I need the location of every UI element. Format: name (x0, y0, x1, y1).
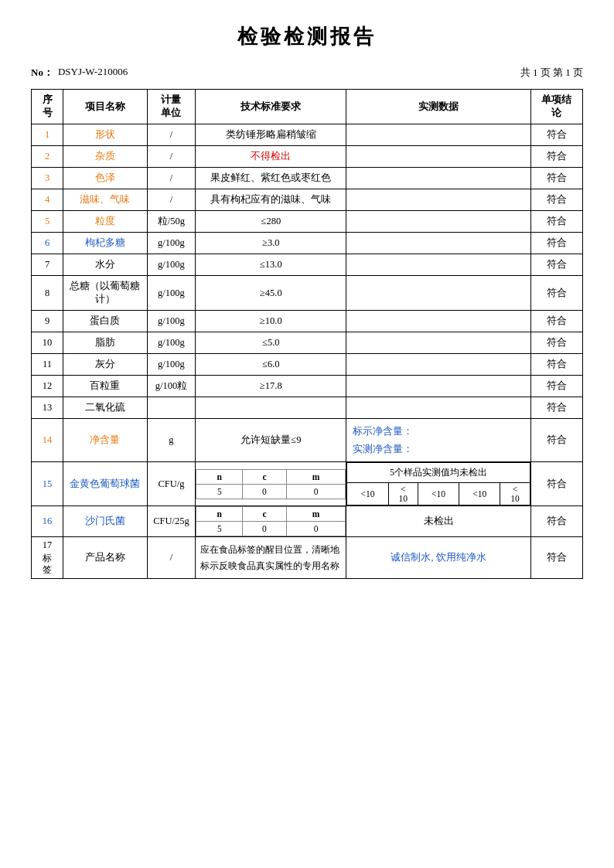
cell-result: 符合 (530, 332, 582, 354)
th-seq: 序号 (32, 90, 63, 124)
cell-result-17: 符合 (530, 537, 582, 579)
cell-data-15: 5个样品实测值均未检出 <10 <10 <10 <10 <10 (346, 462, 530, 506)
cell-data (346, 397, 530, 419)
th-data: 实测数据 (346, 90, 530, 124)
cell-data (346, 311, 530, 332)
cell-data-16: 未检出 (346, 506, 530, 537)
cell-seq: 9 (32, 311, 63, 332)
cell-std: 允许短缺量≤9 (196, 419, 346, 462)
cell-unit: g/100g (147, 354, 196, 376)
cell-unit: g/100g (147, 311, 196, 332)
cell-result: 符合 (530, 189, 582, 211)
cell-seq: 12 (32, 376, 63, 397)
table-row: 9 蛋白质 g/100g ≥10.0 符合 (32, 311, 583, 332)
cell-seq: 13 (32, 397, 63, 419)
cell-unit: g (147, 419, 196, 462)
cell-name: 蛋白质 (63, 311, 147, 332)
cell-data (346, 146, 530, 168)
page-info: 共 1 页 第 1 页 (520, 66, 583, 80)
cell-seq: 1 (32, 124, 63, 146)
cell-result: 符合 (530, 211, 582, 233)
cell-seq: 7 (32, 254, 63, 276)
cell-name: 形状 (63, 124, 147, 146)
cell-result: 符合 (530, 168, 582, 189)
cell-name: 百粒重 (63, 376, 147, 397)
cell-unit: g/100g (147, 332, 196, 354)
doc-no-label: No： (31, 66, 53, 80)
table-row-16: 16 沙门氏菌 CFU/25g ncm 500 未检出 符合 (32, 506, 583, 537)
cell-seq: 5 (32, 211, 63, 233)
cell-name: 粒度 (63, 211, 147, 233)
cell-name: 脂肪 (63, 332, 147, 354)
cell-seq: 11 (32, 354, 63, 376)
cell-unit: / (147, 168, 196, 189)
table-row: 14 净含量 g 允许短缺量≤9 标示净含量：实测净含量： 符合 (32, 419, 583, 462)
cell-name-17: 产品名称 (63, 537, 147, 579)
cell-std: 具有枸杞应有的滋味、气味 (196, 189, 346, 211)
cell-unit-15: CFU/g (147, 462, 196, 506)
cell-result: 符合 (530, 233, 582, 254)
doc-meta: No： DSYJ-W-210006 共 1 页 第 1 页 (31, 66, 583, 80)
cell-std: ≤5.0 (196, 332, 346, 354)
cell-seq: 2 (32, 146, 63, 168)
table-row: 3 色泽 / 果皮鲜红、紫红色或枣红色 符合 (32, 168, 583, 189)
table-row-15: 15 金黄色葡萄球菌 CFU/g ncm 500 5个样品实测值均未检出 (32, 462, 583, 506)
cell-unit: / (147, 124, 196, 146)
cell-unit: / (147, 146, 196, 168)
cell-seq: 10 (32, 332, 63, 354)
doc-no: DSYJ-W-210006 (58, 66, 128, 80)
cell-result: 符合 (530, 419, 582, 462)
cell-result: 符合 (530, 146, 582, 168)
cell-name: 水分 (63, 254, 147, 276)
cell-unit: g/100粒 (147, 376, 196, 397)
cell-result: 符合 (530, 311, 582, 332)
th-name: 项目名称 (63, 90, 147, 124)
cell-std: ≥10.0 (196, 311, 346, 332)
table-row: 8 总糖（以葡萄糖计） g/100g ≥45.0 符合 (32, 276, 583, 311)
cell-std: ≥3.0 (196, 233, 346, 254)
cell-data (346, 211, 530, 233)
cell-std-16: ncm 500 (196, 506, 346, 537)
th-result: 单项结论 (530, 90, 582, 124)
cell-result-16: 符合 (530, 506, 582, 537)
cell-unit: 粒/50g (147, 211, 196, 233)
cell-std: 类纺锤形略扁稍皱缩 (196, 124, 346, 146)
table-row: 10 脂肪 g/100g ≤5.0 符合 (32, 332, 583, 354)
cell-std: ≤6.0 (196, 354, 346, 376)
cell-result: 符合 (530, 254, 582, 276)
cell-data (346, 376, 530, 397)
cell-name: 色泽 (63, 168, 147, 189)
cell-name-16: 沙门氏菌 (63, 506, 147, 537)
cell-name: 二氧化硫 (63, 397, 147, 419)
cell-name: 枸杞多糖 (63, 233, 147, 254)
report-table: 序号 项目名称 计量单位 技术标准要求 实测数据 单项结论 1 形状 / 类纺锤… (31, 89, 583, 579)
cell-unit-17: / (147, 537, 196, 579)
cell-seq-17: 17 标签 (32, 537, 63, 579)
cell-data (346, 168, 530, 189)
table-row: 12 百粒重 g/100粒 ≥17.8 符合 (32, 376, 583, 397)
page-title: 检验检测报告 (31, 23, 583, 50)
cell-std-17: 应在食品标签的醒目位置，清晰地标示反映食品真实属性的专用名称 (196, 537, 346, 579)
cell-unit: g/100g (147, 276, 196, 311)
cell-unit: g/100g (147, 254, 196, 276)
cell-seq: 14 (32, 419, 63, 462)
cell-name: 净含量 (63, 419, 147, 462)
table-row-17: 17 标签 产品名称 / 应在食品标签的醒目位置，清晰地标示反映食品真实属性的专… (32, 537, 583, 579)
cell-name: 滋味、气味 (63, 189, 147, 211)
cell-data (346, 354, 530, 376)
table-row: 1 形状 / 类纺锤形略扁稍皱缩 符合 (32, 124, 583, 146)
cell-result: 符合 (530, 397, 582, 419)
th-unit: 计量单位 (147, 90, 196, 124)
table-row: 7 水分 g/100g ≤13.0 符合 (32, 254, 583, 276)
cell-std: 果皮鲜红、紫红色或枣红色 (196, 168, 346, 189)
th-std: 技术标准要求 (196, 90, 346, 124)
cell-unit-16: CFU/25g (147, 506, 196, 537)
cell-name-15: 金黄色葡萄球菌 (63, 462, 147, 506)
cell-name: 杂质 (63, 146, 147, 168)
cell-name: 总糖（以葡萄糖计） (63, 276, 147, 311)
cell-seq: 8 (32, 276, 63, 311)
cell-result: 符合 (530, 376, 582, 397)
table-row: 13 二氧化硫 符合 (32, 397, 583, 419)
cell-result-15: 符合 (530, 462, 582, 506)
cell-result: 符合 (530, 276, 582, 311)
